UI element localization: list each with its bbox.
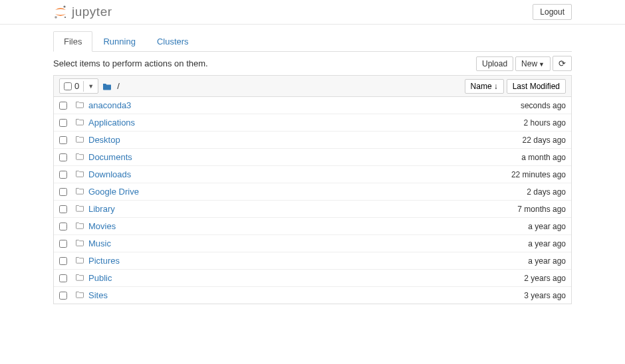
file-row: Downloads22 minutes ago <box>54 165 571 183</box>
file-link[interactable]: anaconda3 <box>88 100 521 110</box>
file-link[interactable]: Public <box>88 273 524 283</box>
file-checkbox[interactable] <box>59 153 67 161</box>
folder-outline-icon <box>75 118 84 128</box>
file-checkbox[interactable] <box>59 240 67 248</box>
list-header: 0 ▼ / Name ↓ Last Modified <box>53 75 572 97</box>
action-toolbar: Select items to perform actions on them.… <box>53 52 572 75</box>
file-modified: a year ago <box>528 239 566 248</box>
file-checkbox[interactable] <box>59 171 67 179</box>
file-row: Picturesa year ago <box>54 252 571 269</box>
svg-point-2 <box>64 17 66 18</box>
folder-outline-icon <box>75 169 84 179</box>
file-modified: 3 years ago <box>524 291 566 300</box>
folder-outline-icon <box>75 221 84 231</box>
breadcrumb-separator: / <box>117 81 120 91</box>
selected-count: 0 <box>74 81 79 91</box>
file-checkbox[interactable] <box>59 257 67 265</box>
file-row: Sites3 years ago <box>54 286 571 304</box>
file-link[interactable]: Documents <box>88 152 521 162</box>
file-checkbox[interactable] <box>59 102 67 110</box>
folder-outline-icon <box>75 135 84 145</box>
file-modified: a month ago <box>521 153 566 162</box>
file-modified: seconds ago <box>521 101 566 110</box>
file-row: Google Drive2 days ago <box>54 183 571 200</box>
file-row: Musica year ago <box>54 234 571 252</box>
file-link[interactable]: Google Drive <box>88 187 527 197</box>
file-row: Moviesa year ago <box>54 217 571 234</box>
file-checkbox[interactable] <box>59 205 67 213</box>
folder-outline-icon <box>75 187 84 197</box>
folder-outline-icon <box>75 238 84 248</box>
jupyter-icon <box>53 5 68 19</box>
tab-files[interactable]: Files <box>53 31 92 52</box>
refresh-button[interactable]: ⟳ <box>553 56 572 71</box>
header-bar: jupyter Logout <box>0 0 625 25</box>
file-checkbox[interactable] <box>59 136 67 144</box>
file-link[interactable]: Downloads <box>88 169 511 179</box>
sort-name-button[interactable]: Name ↓ <box>465 79 504 94</box>
file-modified: 2 years ago <box>524 274 566 283</box>
folder-icon <box>102 82 112 90</box>
file-link[interactable]: Library <box>88 204 517 214</box>
file-checkbox[interactable] <box>59 119 67 127</box>
select-all-group: 0 ▼ <box>59 78 98 94</box>
tab-clusters[interactable]: Clusters <box>146 31 199 52</box>
select-all-checkbox[interactable] <box>64 82 72 90</box>
file-modified: a year ago <box>528 222 566 231</box>
file-modified: a year ago <box>528 256 566 266</box>
upload-button[interactable]: Upload <box>476 56 513 71</box>
sort-name-label: Name <box>471 82 492 91</box>
file-checkbox[interactable] <box>59 223 67 230</box>
select-dropdown[interactable]: ▼ <box>83 81 98 92</box>
breadcrumb-root[interactable] <box>101 82 113 90</box>
file-list: anaconda3seconds agoApplications2 hours … <box>53 97 572 304</box>
file-row: Public2 years ago <box>54 269 571 286</box>
folder-outline-icon <box>75 100 84 110</box>
file-link[interactable]: Sites <box>88 290 524 300</box>
sort-modified-button[interactable]: Last Modified <box>507 79 566 94</box>
file-checkbox[interactable] <box>59 274 67 282</box>
tab-bar: FilesRunningClusters <box>53 31 572 52</box>
file-link[interactable]: Music <box>88 238 528 248</box>
file-row: Documentsa month ago <box>54 148 571 165</box>
folder-outline-icon <box>75 204 84 214</box>
file-row: Desktop22 days ago <box>54 131 571 148</box>
file-link[interactable]: Desktop <box>88 135 523 145</box>
file-modified: 22 days ago <box>523 136 566 145</box>
select-hint: Select items to perform actions on them. <box>53 58 208 68</box>
tab-running[interactable]: Running <box>92 31 146 52</box>
svg-point-0 <box>63 5 65 7</box>
jupyter-logo[interactable]: jupyter <box>53 5 112 19</box>
arrow-down-icon: ↓ <box>494 82 498 91</box>
folder-outline-icon <box>75 290 84 300</box>
refresh-icon: ⟳ <box>559 58 566 68</box>
folder-outline-icon <box>75 152 84 162</box>
chevron-down-icon: ▼ <box>539 61 545 68</box>
file-link[interactable]: Applications <box>88 118 524 128</box>
new-button[interactable]: New▼ <box>515 56 551 71</box>
new-label: New <box>521 59 537 68</box>
file-modified: 2 days ago <box>527 187 566 197</box>
file-modified: 2 hours ago <box>524 118 566 128</box>
folder-outline-icon <box>75 273 84 283</box>
brand-text: jupyter <box>72 5 112 19</box>
file-modified: 7 months ago <box>517 205 566 214</box>
file-checkbox[interactable] <box>59 292 67 300</box>
file-link[interactable]: Movies <box>88 221 528 231</box>
folder-outline-icon <box>75 256 84 266</box>
file-row: anaconda3seconds ago <box>54 97 571 114</box>
file-checkbox[interactable] <box>59 188 67 196</box>
file-modified: 22 minutes ago <box>511 170 566 179</box>
file-row: Library7 months ago <box>54 200 571 217</box>
file-link[interactable]: Pictures <box>88 256 528 266</box>
svg-point-1 <box>55 16 57 19</box>
file-row: Applications2 hours ago <box>54 114 571 131</box>
logout-button[interactable]: Logout <box>533 4 572 20</box>
